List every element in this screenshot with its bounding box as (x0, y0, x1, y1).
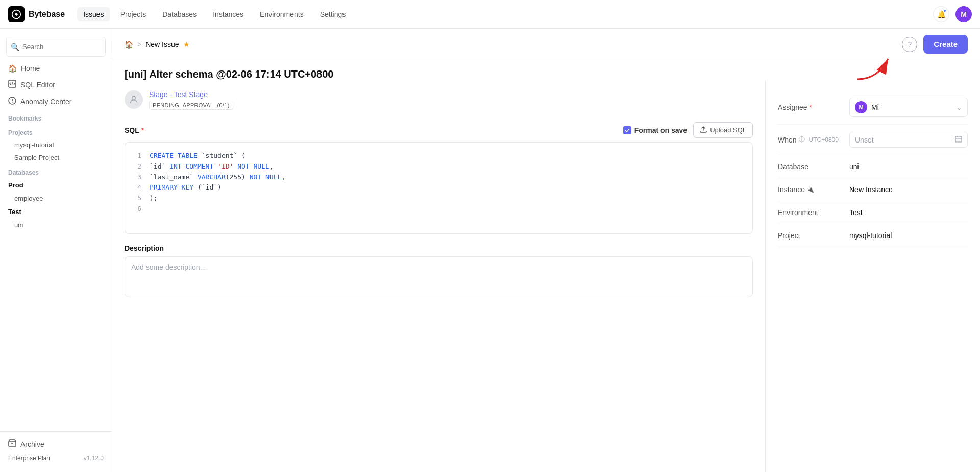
assignee-label: Assignee * (778, 103, 849, 111)
nav-instances[interactable]: Instances (207, 7, 250, 21)
upload-icon (700, 126, 707, 134)
stage-section: Stage - Test Stage PENDING_APPROVAL (0/1… (125, 90, 753, 110)
project-label: Project (778, 231, 849, 240)
breadcrumb-current: New Issue (145, 40, 179, 49)
stage-badge: PENDING_APPROVAL (0/1) (149, 101, 233, 110)
right-panel: Assignee * M Mi ⌄ (766, 80, 980, 472)
help-button[interactable]: ? (902, 37, 917, 52)
breadcrumb-star[interactable]: ★ (183, 40, 190, 49)
version-label: v1.12.0 (84, 455, 104, 462)
environment-value: Test (849, 208, 968, 217)
sidebar-anomaly-label: Anomaly Center (20, 98, 71, 106)
chevron-down-icon: ⌄ (956, 103, 962, 111)
project-value: mysql-tutorial (849, 231, 968, 240)
assignee-name: Mi (871, 103, 879, 111)
archive-icon (8, 439, 16, 449)
code-line-4: 4 PRIMARY KEY (`id`) (133, 182, 744, 193)
checkbox-checked-icon (623, 126, 631, 134)
test-group: Test (0, 205, 112, 219)
nav-databases[interactable]: Databases (156, 7, 203, 21)
nav-projects[interactable]: Projects (114, 7, 153, 21)
code-line-3: 3 `last_name` VARCHAR(255) NOT NULL, (133, 172, 744, 183)
bookmarks-section: Bookmarks (0, 110, 112, 124)
sql-editor[interactable]: 1 CREATE TABLE `student` ( 2 `id` INT CO… (125, 142, 753, 234)
nav-issues[interactable]: Issues (77, 7, 110, 21)
description-label: Description (125, 244, 753, 252)
assignee-row: Assignee * M Mi ⌄ (778, 90, 968, 125)
logo-text: Bytebase (29, 10, 65, 19)
plan-label: Enterprise Plan (8, 455, 50, 462)
search-bar[interactable]: 🔍 ⌘ K (6, 37, 106, 57)
sidebar-item-archive[interactable]: Archive (0, 436, 112, 453)
prod-group: Prod (0, 178, 112, 192)
when-field[interactable]: Unset (849, 132, 968, 148)
logo-icon (8, 6, 24, 22)
sidebar-item-sql-editor[interactable]: SQL Editor (0, 76, 112, 93)
environment-row: Environment Test (778, 201, 968, 224)
nav-environments[interactable]: Environments (254, 7, 310, 21)
logo: Bytebase (8, 6, 65, 22)
search-input[interactable] (22, 43, 108, 51)
instance-icon: 🔌 (807, 186, 814, 193)
notification-button[interactable]: 🔔 (933, 6, 949, 22)
when-label: When ⓘ UTC+0800 (778, 135, 849, 144)
database-row: Database uni (778, 155, 968, 178)
description-input[interactable]: Add some description... (125, 256, 753, 297)
breadcrumb-home-icon[interactable]: 🏠 (125, 40, 133, 49)
assignee-avatar: M (855, 101, 867, 113)
sidebar-item-home[interactable]: 🏠 Home (0, 61, 112, 76)
databases-section: Databases (0, 164, 112, 178)
archive-label: Archive (20, 440, 44, 449)
when-row: When ⓘ UTC+0800 Unset (778, 125, 968, 155)
sidebar-sql-label: SQL Editor (20, 81, 55, 89)
create-button[interactable]: Create (923, 35, 968, 54)
page-title: [uni] Alter schema @02-06 17:14 UTC+0800 (112, 60, 980, 80)
upload-sql-button[interactable]: Upload SQL (693, 122, 753, 138)
svg-rect-3 (9, 441, 16, 446)
home-icon: 🏠 (8, 64, 17, 73)
sidebar-home-label: Home (21, 64, 40, 73)
sql-label: SQL* Format on save (125, 122, 753, 138)
sidebar-item-employee[interactable]: employee (0, 192, 112, 205)
sidebar-item-sample-project[interactable]: Sample Project (0, 151, 112, 164)
format-on-save-checkbox[interactable]: Format on save (623, 126, 687, 134)
calendar-icon (955, 135, 962, 144)
assignee-select[interactable]: M Mi ⌄ (849, 98, 968, 117)
project-row: Project mysql-tutorial (778, 224, 968, 247)
avatar[interactable]: M (955, 6, 972, 22)
code-line-1: 1 CREATE TABLE `student` ( (133, 151, 744, 161)
notification-dot (943, 9, 947, 13)
breadcrumb-separator: > (137, 40, 141, 49)
search-icon: 🔍 (11, 43, 19, 51)
sidebar-item-mysql-tutorial[interactable]: mysql-tutorial (0, 138, 112, 151)
code-line-2: 2 `id` INT COMMENT 'ID' NOT NULL, (133, 161, 744, 172)
projects-section: Projects (0, 124, 112, 138)
sidebar-item-uni[interactable]: uni (0, 219, 112, 231)
code-line-6: 6 (133, 204, 744, 215)
instance-value: New Instance (849, 185, 968, 194)
anomaly-icon (8, 97, 16, 106)
environment-label: Environment (778, 208, 849, 217)
nav-settings[interactable]: Settings (314, 7, 352, 21)
main-panel: Stage - Test Stage PENDING_APPROVAL (0/1… (112, 80, 766, 472)
svg-point-5 (132, 96, 136, 100)
stage-link[interactable]: Stage - Test Stage (149, 90, 233, 99)
instance-label: Instance 🔌 (778, 185, 849, 194)
when-unset: Unset (855, 136, 874, 144)
sql-editor-icon (8, 80, 16, 89)
sidebar: 🔍 ⌘ K 🏠 Home SQL Editor Anomaly Center B… (0, 29, 112, 472)
svg-rect-6 (955, 136, 962, 142)
code-line-5: 5 ); (133, 193, 744, 204)
sidebar-item-anomaly-center[interactable]: Anomaly Center (0, 93, 112, 110)
database-label: Database (778, 162, 849, 171)
main-content: 🏠 > New Issue ★ ? Create [uni] Alter (112, 29, 980, 472)
database-value: uni (849, 162, 968, 171)
assignee-field[interactable]: M Mi ⌄ (849, 98, 968, 117)
breadcrumb: 🏠 > New Issue ★ (125, 40, 190, 49)
instance-row: Instance 🔌 New Instance (778, 178, 968, 201)
stage-avatar-icon (125, 90, 143, 109)
